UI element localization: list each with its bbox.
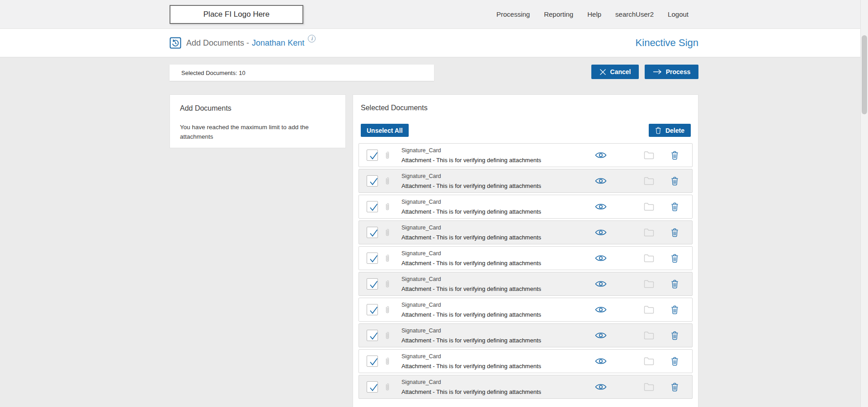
- nav-item-user[interactable]: searchUser2: [615, 10, 654, 18]
- document-checkbox[interactable]: [367, 253, 378, 264]
- page: Place FI Logo Here Processing Reporting …: [0, 0, 868, 407]
- delete-document-icon[interactable]: [671, 177, 679, 186]
- document-title: Signature_Card: [401, 353, 595, 360]
- folder-icon[interactable]: [644, 228, 655, 237]
- preview-eye-icon[interactable]: [595, 177, 607, 185]
- document-checkbox[interactable]: [367, 330, 378, 341]
- delete-document-icon[interactable]: [671, 305, 679, 314]
- add-documents-panel-title: Add Documents: [180, 104, 335, 112]
- content-area: Selected Documents: 10 Cancel Process: [0, 57, 868, 407]
- document-title: Signature_Card: [401, 225, 595, 231]
- cancel-button-label: Cancel: [610, 68, 631, 75]
- delete-document-icon[interactable]: [671, 151, 679, 160]
- preview-eye-icon[interactable]: [595, 357, 607, 365]
- document-checkbox[interactable]: [367, 227, 378, 238]
- preview-eye-icon[interactable]: [595, 254, 607, 262]
- preview-eye-icon[interactable]: [595, 383, 607, 391]
- preview-eye-icon[interactable]: [595, 280, 607, 288]
- preview-eye-icon[interactable]: [595, 332, 607, 339]
- topbar: Place FI Logo Here Processing Reporting …: [0, 0, 868, 29]
- attachment-limit-message: You have reached the maximum limit to ad…: [180, 123, 327, 142]
- delete-trash-icon: [655, 127, 661, 134]
- document-row: Signature_Card Attachment - This is for …: [359, 220, 693, 244]
- document-text: Signature_Card Attachment - This is for …: [401, 147, 595, 164]
- document-title: Signature_Card: [401, 173, 595, 179]
- paperclip-icon: [384, 253, 391, 263]
- page-header: Add Documents - Jonathan Kent i Kinectiv…: [0, 29, 868, 57]
- document-title: Signature_Card: [401, 276, 595, 282]
- document-description: Attachment - This is for verifying defin…: [401, 388, 595, 395]
- page-title: Add Documents -: [186, 38, 249, 48]
- paperclip-icon: [384, 176, 391, 186]
- document-description: Attachment - This is for verifying defin…: [401, 337, 595, 344]
- preview-eye-icon[interactable]: [595, 151, 607, 159]
- document-row: Signature_Card Attachment - This is for …: [359, 143, 693, 167]
- preview-eye-icon[interactable]: [595, 203, 607, 211]
- unselect-all-button-label: Unselect All: [367, 127, 403, 134]
- document-text: Signature_Card Attachment - This is for …: [401, 225, 595, 241]
- fi-logo-placeholder: Place FI Logo Here: [170, 5, 303, 24]
- delete-document-icon[interactable]: [671, 254, 679, 263]
- delete-document-icon[interactable]: [671, 383, 679, 392]
- folder-icon[interactable]: [644, 177, 655, 185]
- document-description: Attachment - This is for verifying defin…: [401, 182, 595, 189]
- vertical-scrollbar[interactable]: [860, 0, 868, 407]
- process-button[interactable]: Process: [645, 65, 698, 79]
- preview-eye-icon[interactable]: [595, 229, 607, 236]
- document-checkbox[interactable]: [367, 278, 378, 290]
- document-text: Signature_Card Attachment - This is for …: [401, 276, 595, 292]
- process-button-label: Process: [666, 68, 690, 75]
- folder-icon[interactable]: [644, 331, 655, 340]
- nav-item-reporting[interactable]: Reporting: [544, 10, 573, 18]
- unselect-all-button[interactable]: Unselect All: [361, 124, 409, 137]
- document-checkbox[interactable]: [367, 175, 378, 187]
- folder-icon[interactable]: [644, 357, 655, 365]
- document-text: Signature_Card Attachment - This is for …: [401, 327, 595, 344]
- nav-item-processing[interactable]: Processing: [496, 10, 530, 18]
- delete-document-icon[interactable]: [671, 331, 679, 340]
- customer-name-link[interactable]: Jonathan Kent: [252, 38, 304, 48]
- folder-icon[interactable]: [644, 151, 655, 159]
- document-checkbox[interactable]: [367, 381, 378, 393]
- brand-title: Kinective Sign: [636, 37, 698, 49]
- document-description: Attachment - This is for verifying defin…: [401, 157, 595, 164]
- delete-button[interactable]: Delete: [649, 124, 691, 137]
- document-checkbox[interactable]: [367, 201, 378, 212]
- nav-item-help[interactable]: Help: [587, 10, 601, 18]
- delete-button-label: Delete: [665, 127, 684, 134]
- document-row: Signature_Card Attachment - This is for …: [359, 246, 693, 270]
- document-title: Signature_Card: [401, 147, 595, 154]
- document-checkbox[interactable]: [367, 304, 378, 315]
- process-arrow-icon: [653, 69, 662, 75]
- document-checkbox[interactable]: [367, 356, 378, 367]
- folder-icon[interactable]: [644, 280, 655, 288]
- selected-count-label: Selected Documents: 10: [170, 65, 434, 81]
- preview-eye-icon[interactable]: [595, 306, 607, 313]
- nav-item-logout[interactable]: Logout: [668, 10, 689, 18]
- folder-icon[interactable]: [644, 202, 655, 211]
- scrollbar-thumb[interactable]: [862, 35, 867, 114]
- document-row: Signature_Card Attachment - This is for …: [359, 169, 693, 193]
- delete-document-icon[interactable]: [671, 280, 679, 289]
- document-title: Signature_Card: [401, 302, 595, 308]
- folder-icon[interactable]: [644, 305, 655, 314]
- document-list: Signature_Card Attachment - This is for …: [359, 143, 693, 399]
- document-row: Signature_Card Attachment - This is for …: [359, 349, 693, 373]
- folder-icon[interactable]: [644, 254, 655, 262]
- document-text: Signature_Card Attachment - This is for …: [401, 173, 595, 189]
- document-description: Attachment - This is for verifying defin…: [401, 363, 595, 370]
- delete-document-icon[interactable]: [671, 357, 679, 366]
- document-row: Signature_Card Attachment - This is for …: [359, 323, 693, 347]
- document-text: Signature_Card Attachment - This is for …: [401, 353, 595, 370]
- document-row: Signature_Card Attachment - This is for …: [359, 272, 693, 296]
- document-description: Attachment - This is for verifying defin…: [401, 208, 595, 215]
- delete-document-icon[interactable]: [671, 202, 679, 211]
- document-text: Signature_Card Attachment - This is for …: [401, 199, 595, 215]
- info-icon[interactable]: i: [308, 35, 316, 42]
- delete-document-icon[interactable]: [671, 228, 679, 237]
- document-title: Signature_Card: [401, 379, 595, 385]
- document-checkbox[interactable]: [367, 150, 378, 161]
- folder-icon[interactable]: [644, 383, 655, 391]
- selected-documents-panel: Selected Documents Unselect All: [353, 94, 698, 407]
- cancel-button[interactable]: Cancel: [591, 65, 639, 79]
